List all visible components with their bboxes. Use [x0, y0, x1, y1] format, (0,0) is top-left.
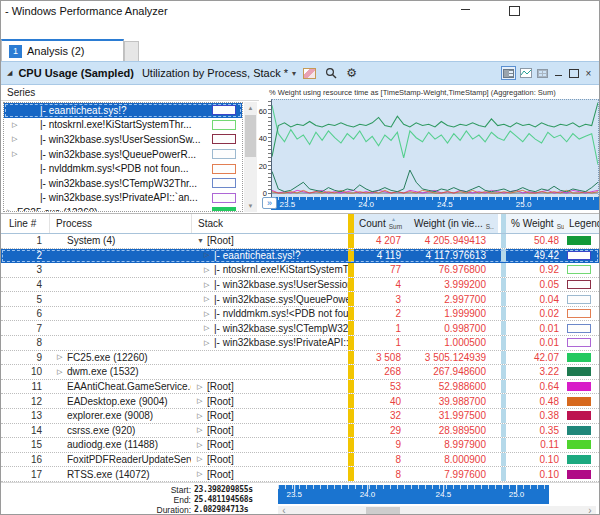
- expand-axis-icon[interactable]: »: [262, 197, 277, 209]
- panel-close-icon[interactable]: ×: [582, 67, 595, 80]
- stack-expander-icon[interactable]: ▷: [197, 383, 207, 391]
- weight-value: 28.989500: [439, 425, 486, 436]
- window-maximize-button[interactable]: [502, 3, 526, 19]
- table-row[interactable]: 4 ▷ |- win32kbase.sys!UserSessionS... 4 …: [1, 278, 599, 293]
- stack-expander-icon[interactable]: ▷: [197, 397, 207, 405]
- stack-expander-icon[interactable]: ▷: [204, 266, 214, 274]
- table-row[interactable]: 11 EAAntiCheat.GameService.exe (... ▷ [R…: [1, 380, 599, 395]
- table-row[interactable]: 3 ▷ |- ntoskrnl.exe!KiStartSystemTh... 7…: [1, 263, 599, 278]
- count-value: 3 508: [376, 352, 401, 363]
- stack-frame: |- win32kbase.sys!PrivateAPI::`a...: [214, 337, 348, 348]
- stack-expander-icon[interactable]: ▷: [197, 412, 207, 420]
- table-row[interactable]: 10 ▷ dwm.exe (1532) 268 267.948600 3.22: [1, 365, 599, 380]
- graph-and-table-toggle[interactable]: [501, 66, 516, 80]
- search-icon[interactable]: [323, 66, 338, 80]
- table-row[interactable]: 13 explorer.exe (9008) ▷ [Root] 32 31.99…: [1, 409, 599, 424]
- panel-minimize-icon[interactable]: [552, 67, 565, 80]
- series-row[interactable]: |- win32kbase.sys!PrivateAPI::`an...: [4, 191, 242, 206]
- series-legend-swatch: [212, 120, 236, 130]
- pct-weight-value: 42.07: [534, 352, 559, 363]
- view-preset-label[interactable]: Utilization by Process, Stack *: [142, 67, 288, 79]
- horizontal-scrollbar[interactable]: ‹ ›: [278, 506, 596, 515]
- table-row[interactable]: 14 csrss.exe (920) ▷ [Root] 29 28.989500…: [1, 424, 599, 439]
- graph-only-toggle[interactable]: [518, 66, 533, 80]
- collapse-panel-icon[interactable]: ◢: [7, 69, 12, 77]
- count-value: 77: [390, 264, 401, 275]
- column-header-weight[interactable]: Weight (in vie...S..: [409, 214, 498, 233]
- stack-expander-icon[interactable]: ▷: [197, 455, 207, 463]
- scroll-right-icon[interactable]: ›: [584, 506, 596, 515]
- scroll-left-icon[interactable]: ‹: [278, 506, 290, 515]
- stack-expander-icon[interactable]: ▷: [197, 426, 207, 434]
- gear-icon[interactable]: ⚙: [344, 66, 359, 80]
- table-row[interactable]: 8 ▷ |- win32kbase.sys!PrivateAPI::`a... …: [1, 336, 599, 351]
- table-row[interactable]: 12 EADesktop.exe (9004) ▷ [Root] 40 39.9…: [1, 394, 599, 409]
- stack-expander-icon[interactable]: ▷: [204, 310, 214, 318]
- stack-expander-icon[interactable]: ▼: [197, 237, 207, 244]
- series-row[interactable]: ▷ |- ntoskrnl.exe!KiStartSystemThr...: [4, 118, 242, 133]
- graph-image-icon[interactable]: [302, 66, 317, 80]
- stat-label: Start:: [61, 485, 191, 495]
- scrollbar-thumb[interactable]: [245, 115, 256, 157]
- weight-value: 267.948600: [433, 366, 486, 377]
- table-row[interactable]: 6 ▷ |- nvlddmkm.sys!<PDB not fou... 2 1.…: [1, 307, 599, 322]
- tab-analysis[interactable]: 1 Analysis (2): [1, 39, 124, 61]
- row-legend-swatch: [567, 295, 591, 304]
- series-row[interactable]: |- nvlddmkm.sys!<PDB not foun...: [4, 161, 242, 176]
- column-header-count[interactable]: CountSum ▴: [354, 214, 409, 233]
- table-row[interactable]: 2 ▷ |- eaanticheat.sys!? 4 119 4 117.976…: [1, 249, 599, 264]
- series-legend-swatch: [212, 193, 236, 203]
- table-row[interactable]: 1 System (4) ▼ [Root] 4 207 4 205.949413…: [1, 234, 599, 249]
- panel-maximize-icon[interactable]: [567, 67, 580, 80]
- stack-expander-icon[interactable]: ▷: [204, 295, 214, 303]
- series-expander-icon[interactable]: ▷: [12, 121, 17, 129]
- x-axis-tick-label: 25.0: [516, 200, 532, 209]
- stack-expander-icon[interactable]: ▷: [204, 324, 214, 332]
- view-preset-dropdown-icon[interactable]: ▾: [292, 69, 296, 78]
- chart-plot-area[interactable]: [271, 99, 599, 197]
- series-row[interactable]: ▷ |- win32kbase.sys!UserSessionSw...: [4, 132, 242, 147]
- row-legend-swatch: [567, 280, 591, 289]
- series-label: |- win32kbase.sys!UserSessionSw...: [40, 134, 208, 145]
- series-row[interactable]: |- eaanticheat.sys!?: [4, 103, 242, 118]
- pct-weight-value: 0.38: [540, 410, 559, 421]
- series-legend-swatch: [212, 164, 236, 174]
- series-row[interactable]: ▷ FC25.exe (12260): [4, 205, 242, 212]
- hscrollbar-thumb[interactable]: [366, 507, 400, 515]
- series-label: |- win32kbase.sys!QueuePowerR...: [40, 149, 208, 160]
- scrollbar-down-icon[interactable]: ▼: [244, 200, 257, 212]
- column-header-stack[interactable]: Stack: [191, 214, 348, 233]
- series-row[interactable]: |- win32kbase.sys!CTempW32Thr...: [4, 176, 242, 191]
- table-row[interactable]: 5 ▷ |- win32kbase.sys!QueuePower... 3 2.…: [1, 292, 599, 307]
- table-row[interactable]: 7 ▷ |- win32kbase.sys!CTempW32T... 1 0.9…: [1, 321, 599, 336]
- stack-expander-icon[interactable]: ▷: [204, 339, 214, 347]
- series-row[interactable]: ▷ |- win32kbase.sys!QueuePowerR...: [4, 147, 242, 162]
- stack-expander-icon[interactable]: ▷: [204, 281, 214, 289]
- column-header-line[interactable]: Line #: [1, 214, 49, 233]
- table-row[interactable]: 15 audiodg.exe (11488) ▷ [Root] 9 8.9979…: [1, 438, 599, 453]
- pct-weight-value: 49.42: [534, 250, 559, 261]
- process-expander-icon[interactable]: ▷: [57, 353, 67, 361]
- table-row[interactable]: 16 FoxitPDFReaderUpdateService.e... ▷ [R…: [1, 453, 599, 468]
- column-header-process[interactable]: Process: [49, 214, 191, 233]
- window-minimize-button[interactable]: [453, 3, 477, 19]
- process-expander-icon[interactable]: ▷: [57, 368, 67, 376]
- column-header-legend[interactable]: Legend: [564, 214, 599, 233]
- tab-stub[interactable]: [124, 41, 139, 61]
- table-row[interactable]: 9 ▷ FC25.exe (12260) 3 508 3 505.124939 …: [1, 351, 599, 366]
- stack-frame: |- eaanticheat.sys!?: [214, 250, 301, 261]
- series-expander-icon[interactable]: ▷: [12, 150, 17, 158]
- table-only-toggle[interactable]: [535, 66, 550, 80]
- stack-expander-icon[interactable]: ▷: [204, 251, 214, 259]
- stack-expander-icon[interactable]: ▷: [197, 470, 207, 478]
- series-expander-icon[interactable]: ▷: [7, 208, 12, 212]
- table-row[interactable]: 17 RTSS.exe (14072) ▷ [Root] 8 7.997600 …: [1, 467, 599, 482]
- scrollbar-up-icon[interactable]: ▲: [244, 102, 257, 114]
- stack-expander-icon[interactable]: ▷: [197, 441, 207, 449]
- series-scrollbar[interactable]: ▲ ▼: [244, 102, 257, 212]
- line-number: 1: [36, 235, 42, 246]
- footer-timeline[interactable]: 23.5 24.0 24.5 25.0: [278, 485, 549, 504]
- row-legend-swatch: [567, 236, 591, 245]
- column-header-pct-weight[interactable]: % WeightSum: [506, 214, 564, 233]
- series-expander-icon[interactable]: ▷: [12, 135, 17, 143]
